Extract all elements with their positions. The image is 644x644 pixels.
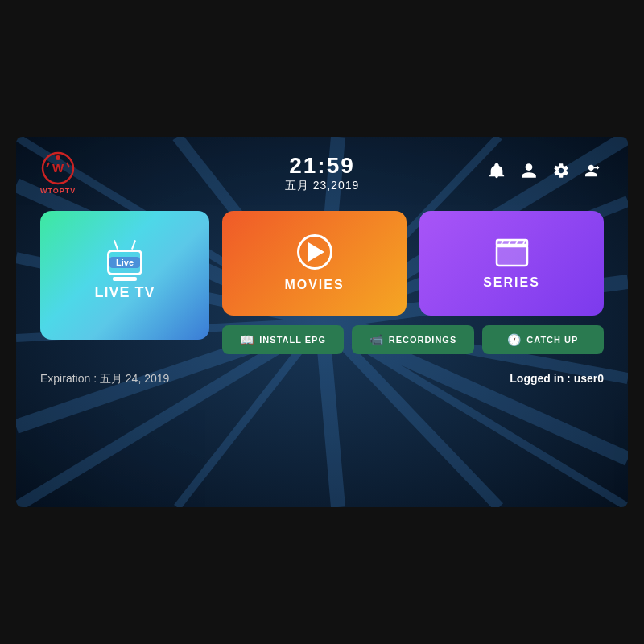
live-tv-label: LIVE TV xyxy=(94,284,155,301)
svg-text:W: W xyxy=(52,161,64,175)
time-display: 21:59 xyxy=(289,153,355,179)
logged-in-user: user0 xyxy=(574,372,604,385)
recordings-label: RECORDINGS xyxy=(389,335,457,345)
install-epg-label: INSTALL EPG xyxy=(259,335,326,345)
svg-line-22 xyxy=(47,163,49,167)
catch-up-button[interactable]: 🕐 CATCH UP xyxy=(482,325,604,354)
tv-legs xyxy=(113,277,137,281)
logo-icon: W xyxy=(41,151,75,185)
logged-in-text: Logged in : user0 xyxy=(510,372,604,386)
switch-user-icon[interactable] xyxy=(584,162,604,184)
bell-icon[interactable] xyxy=(488,162,506,184)
main-screen: W WTOPTV 21:59 五月 23,2019 xyxy=(16,137,628,507)
right-section: MOVIES SERIES xyxy=(222,211,604,354)
time-area: 21:59 五月 23,2019 xyxy=(285,153,360,193)
logo-area: W WTOPTV xyxy=(40,151,76,195)
live-tv-card[interactable]: Live LIVE TV xyxy=(40,211,209,340)
svg-line-23 xyxy=(67,163,69,167)
catchup-icon: 🕐 xyxy=(507,333,522,346)
tv-body: Live xyxy=(107,250,142,275)
epg-icon: 📖 xyxy=(240,333,254,346)
header-icons xyxy=(488,162,604,184)
tv-antenna-right xyxy=(131,240,136,250)
date-display: 五月 23,2019 xyxy=(285,179,360,193)
bottom-buttons: 📖 INSTALL EPG 📹 RECORDINGS 🕐 CATCH UP xyxy=(222,325,604,354)
top-cards: MOVIES SERIES xyxy=(222,211,604,316)
recordings-button[interactable]: 📹 RECORDINGS xyxy=(352,325,473,354)
play-triangle-icon xyxy=(308,242,324,262)
catch-up-label: CATCH UP xyxy=(526,335,578,345)
movies-label: MOVIES xyxy=(284,278,344,292)
tv-icon-wrap: Live xyxy=(107,250,142,281)
logo-text: WTOPTV xyxy=(40,187,76,195)
recordings-icon: 📹 xyxy=(369,333,384,346)
svg-rect-24 xyxy=(497,245,527,266)
settings-icon[interactable] xyxy=(552,162,570,184)
play-circle-icon xyxy=(297,234,332,270)
live-badge: Live xyxy=(109,257,140,268)
clapperboard-icon xyxy=(495,237,529,267)
logged-in-label: Logged in : xyxy=(510,372,570,385)
user-icon[interactable] xyxy=(520,162,538,184)
series-label: SERIES xyxy=(483,275,540,290)
expiration-text: Expiration : 五月 24, 2019 xyxy=(40,372,169,386)
movies-card[interactable]: MOVIES xyxy=(222,211,407,316)
main-content: Live LIVE TV MOVIES xyxy=(16,203,628,362)
install-epg-button[interactable]: 📖 INSTALL EPG xyxy=(222,325,344,354)
series-card[interactable]: SERIES xyxy=(419,211,604,316)
svg-point-21 xyxy=(56,155,60,160)
tv-antenna-left xyxy=(114,240,118,250)
header: W WTOPTV 21:59 五月 23,2019 xyxy=(16,137,628,203)
footer: Expiration : 五月 24, 2019 Logged in : use… xyxy=(16,362,628,396)
